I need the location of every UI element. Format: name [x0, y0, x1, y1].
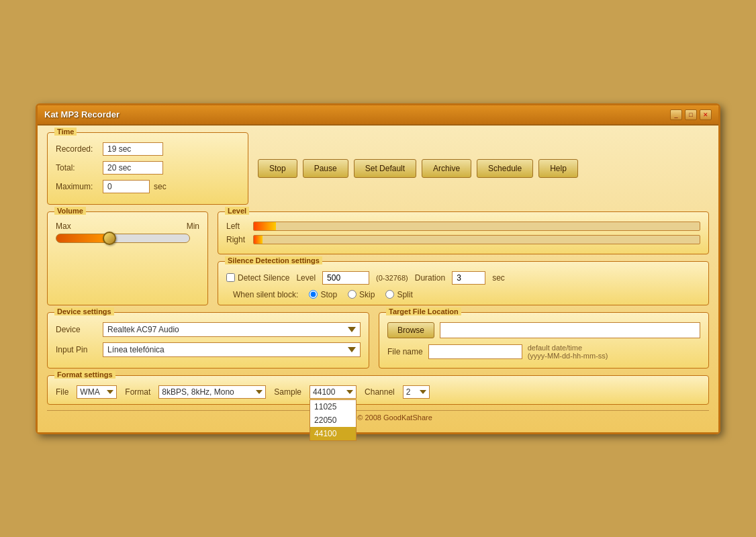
total-value[interactable] — [103, 161, 163, 175]
when-silent-label: When silent block: — [233, 290, 298, 299]
sample-dropdown-item-11025[interactable]: 11025 — [310, 400, 356, 413]
left-level-label: Left — [226, 222, 253, 231]
recorded-value[interactable] — [103, 142, 163, 156]
silent-skip-text: Skip — [359, 290, 375, 299]
sample-select[interactable]: 11025 22050 44100 — [310, 385, 357, 399]
silence-row1: Detect Silence Level (0-32768) Duration … — [226, 271, 700, 285]
sample-label: Sample — [274, 387, 301, 397]
recorded-label: Recorded: — [56, 144, 103, 154]
silence-duration-unit: sec — [492, 273, 505, 283]
input-pin-select[interactable]: Línea telefónica — [103, 342, 361, 357]
maximum-row: Maximum: sec — [56, 180, 240, 193]
device-select[interactable]: Realtek AC97 Audio — [103, 322, 361, 337]
window-controls: _ □ ✕ — [670, 109, 712, 120]
time-panel-label: Time — [54, 128, 77, 136]
target-row1: Browse — [387, 322, 700, 338]
file-format-select[interactable]: WMA MP3 WAV — [77, 385, 117, 399]
left-level-bar — [253, 222, 700, 231]
format-panel: Format settings File WMA MP3 WAV Format … — [47, 375, 709, 405]
volume-max-label: Max — [56, 222, 71, 231]
silent-stop-label[interactable]: Stop — [309, 290, 337, 299]
silence-level-input[interactable] — [322, 271, 369, 285]
format-panel-label: Format settings — [54, 371, 115, 379]
right-level-row: Right — [226, 235, 700, 244]
right-level-bar — [253, 235, 700, 244]
silent-skip-radio[interactable] — [348, 290, 357, 299]
total-row: Total: — [56, 161, 240, 175]
pause-button[interactable]: Pause — [303, 159, 348, 178]
volume-labels: Max Min — [56, 222, 199, 231]
minimize-button[interactable]: _ — [670, 109, 682, 120]
buttons-area: Stop Pause Set Default Archive Schedule … — [258, 132, 709, 205]
filename-input[interactable] — [428, 344, 522, 359]
title-bar: Kat MP3 Recorder _ □ ✕ — [38, 105, 718, 126]
silent-skip-label[interactable]: Skip — [348, 290, 375, 299]
silence-duration-label: Duration — [415, 273, 445, 283]
file-label: File — [56, 387, 68, 397]
right-level-label: Right — [226, 235, 253, 244]
sample-dropdown-open: 11025 22050 44100 — [310, 399, 357, 441]
input-pin-label: Input Pin — [56, 345, 103, 354]
target-panel: Target File Location Browse File name de… — [379, 312, 709, 369]
level-panel: Level Left Right — [218, 211, 709, 254]
left-level-row: Left — [226, 222, 700, 231]
detect-silence-checkbox-label[interactable]: Detect Silence — [226, 273, 289, 283]
target-path-input[interactable] — [440, 322, 700, 338]
set-default-button[interactable]: Set Default — [354, 159, 416, 178]
format-label: Format — [125, 387, 150, 397]
top-row: Time Recorded: Total: Maximum: sec Stop — [47, 132, 709, 205]
filename-hint-container: default date/time (yyyy-MM-dd-hh-mm-ss) — [528, 344, 608, 360]
help-button[interactable]: Help — [538, 159, 578, 178]
silent-split-label[interactable]: Split — [385, 290, 412, 299]
archive-button[interactable]: Archive — [422, 159, 471, 178]
silence-panel: Silence Detection settings Detect Silenc… — [218, 261, 709, 305]
total-label: Total: — [56, 163, 103, 173]
window-body: Time Recorded: Total: Maximum: sec Stop — [38, 126, 718, 432]
volume-panel-label: Volume — [54, 207, 86, 215]
browse-button[interactable]: Browse — [387, 322, 434, 338]
main-window: Kat MP3 Recorder _ □ ✕ Time Recorded: To… — [36, 103, 720, 434]
silent-split-text: Split — [397, 290, 412, 299]
silence-level-label: Level — [296, 273, 316, 283]
silent-stop-radio[interactable] — [309, 290, 318, 299]
sample-dropdown-item-22050[interactable]: 22050 — [310, 413, 356, 427]
maximum-label: Maximum: — [56, 182, 103, 191]
window-title: Kat MP3 Recorder — [44, 109, 120, 119]
silence-duration-input[interactable] — [452, 271, 485, 285]
device-label: Device — [56, 325, 103, 334]
maximum-input[interactable] — [103, 180, 150, 193]
volume-panel: Volume Max Min — [47, 211, 208, 305]
sample-dropdown-container: 11025 22050 44100 11025 22050 44100 — [310, 385, 357, 399]
device-row: Device Realtek AC97 Audio — [56, 322, 361, 337]
silence-panel-label: Silence Detection settings — [225, 256, 322, 264]
stop-button[interactable]: Stop — [258, 159, 297, 178]
sample-dropdown-item-44100-selected[interactable]: 44100 — [310, 427, 356, 440]
level-panel-label: Level — [225, 207, 249, 215]
recorded-row: Recorded: — [56, 142, 240, 156]
filename-label: File name — [387, 347, 423, 356]
volume-min-label: Min — [187, 222, 199, 231]
target-row2: File name default date/time (yyyy-MM-dd-… — [387, 344, 700, 360]
target-panel-label: Target File Location — [386, 307, 461, 315]
detect-silence-checkbox[interactable] — [226, 273, 235, 282]
close-button[interactable]: ✕ — [700, 109, 712, 120]
schedule-button[interactable]: Schedule — [477, 159, 533, 178]
restore-button[interactable]: □ — [685, 109, 697, 120]
input-pin-row: Input Pin Línea telefónica — [56, 342, 361, 357]
format-main-select[interactable]: 8kBPS, 8kHz, Mono 16kBPS, 8kHz, Mono 32k… — [158, 385, 266, 399]
silent-split-radio[interactable] — [385, 290, 394, 299]
maximum-unit: sec — [154, 182, 167, 191]
left-level-fill — [254, 222, 276, 230]
filename-hint: default date/time — [528, 344, 608, 352]
time-panel: Time Recorded: Total: Maximum: sec — [47, 132, 248, 205]
channel-select[interactable]: 1 2 — [403, 385, 430, 399]
bottom-row: Device settings Device Realtek AC97 Audi… — [47, 312, 709, 369]
silence-level-range: (0-32768) — [376, 274, 408, 282]
volume-thumb[interactable] — [103, 232, 116, 245]
volume-slider[interactable] — [56, 234, 190, 243]
silence-row2: When silent block: Stop Skip Split — [226, 290, 700, 299]
filename-hint2: (yyyy-MM-dd-hh-mm-ss) — [528, 352, 608, 360]
silent-stop-text: Stop — [320, 290, 337, 299]
right-level-fill — [254, 236, 263, 244]
device-panel: Device settings Device Realtek AC97 Audi… — [47, 312, 369, 369]
